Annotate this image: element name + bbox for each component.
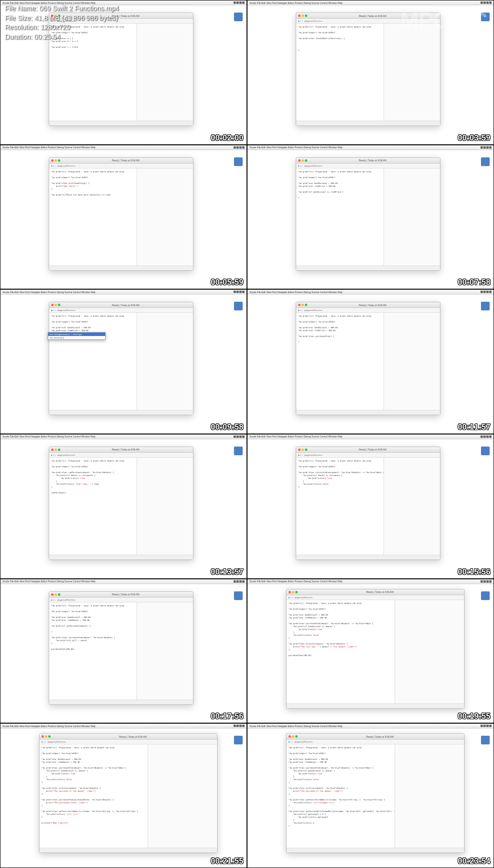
code-editor[interactable]: "kw-green">//: Playground - noun: a plac…	[40, 744, 148, 848]
close-icon[interactable]	[298, 448, 301, 451]
window-titlebar[interactable]: Ready | Today at 9:06 AM	[49, 158, 193, 164]
xcode-content: "kw-green">//: Playground - noun: a plac…	[49, 458, 193, 555]
thumbnail-frame[interactable]: Xcode File Edit View Find Navigate Edito…	[247, 434, 494, 578]
xcode-toolbar[interactable]: ■ < > playgroundFunctions	[287, 740, 464, 744]
autocomplete-popup[interactable]: func name(parameters) → return type func…	[48, 332, 106, 340]
menubar-items[interactable]: Xcode File Edit View Find Navigate Edito…	[249, 1, 343, 4]
menubar-items[interactable]: Xcode File Edit View Find Navigate Edito…	[2, 291, 96, 294]
traffic-lights[interactable]	[51, 159, 60, 162]
window-titlebar[interactable]: Ready | Today at 9:06 AM	[287, 734, 464, 740]
minimize-icon[interactable]	[302, 159, 304, 162]
close-icon[interactable]	[288, 735, 291, 738]
thumbnail-frame[interactable]: Xcode File Edit View Find Navigate Edito…	[247, 724, 494, 868]
thumbnail-frame[interactable]: Xcode File Edit View Find Navigate Edito…	[0, 145, 247, 289]
traffic-lights[interactable]	[51, 448, 60, 451]
minimize-icon[interactable]	[292, 591, 294, 593]
close-icon[interactable]	[298, 304, 301, 306]
menubar-items[interactable]: Xcode File Edit View Find Navigate Edito…	[2, 146, 96, 149]
menubar-items[interactable]: Xcode File Edit View Find Navigate Edito…	[249, 725, 343, 728]
traffic-lights[interactable]	[41, 735, 51, 738]
menubar-items[interactable]: Xcode File Edit View Find Navigate Edito…	[2, 580, 96, 583]
xcode-toolbar[interactable]: ■ < > playgroundFunctions	[40, 740, 217, 744]
menubar-items[interactable]: Xcode File Edit View Find Navigate Edito…	[249, 435, 343, 438]
utility-panel-icon	[234, 13, 243, 21]
traffic-lights[interactable]	[298, 448, 307, 451]
xcode-window: Ready | Today at 9:06 AM ■ < > playgroun…	[296, 157, 440, 271]
minimize-icon[interactable]	[55, 159, 57, 162]
code-editor[interactable]: "kw-green">//: Playground - noun: a plac…	[287, 744, 395, 848]
timestamp-overlay: 00:09:58	[211, 423, 244, 432]
thumbnail-frame[interactable]: Xcode File Edit View Find Navigate Edito…	[0, 579, 247, 723]
minimize-icon[interactable]	[302, 14, 304, 17]
code-editor[interactable]: "kw-green">//: Playground - noun: a plac…	[49, 168, 137, 266]
xcode-toolbar[interactable]: ■ < > playgroundFunctions	[296, 453, 440, 458]
menubar-items[interactable]: Xcode File Edit View Find Navigate Edito…	[2, 435, 96, 438]
traffic-lights[interactable]	[298, 14, 307, 17]
menubar-items[interactable]: Xcode File Edit View Find Navigate Edito…	[249, 146, 343, 149]
thumbnail-frame[interactable]: Xcode File Edit View Find Navigate Edito…	[247, 290, 494, 434]
close-icon[interactable]	[41, 735, 44, 738]
window-titlebar[interactable]: Ready | Today at 9:06 AM	[49, 302, 193, 308]
code-editor[interactable]: "kw-green">//: Playground - noun: a plac…	[296, 168, 384, 266]
autocomplete-item[interactable]: func function() {}	[48, 336, 105, 339]
close-icon[interactable]	[51, 304, 54, 306]
window-titlebar[interactable]: Ready | Today at 9:06 AM	[296, 158, 440, 164]
xcode-toolbar[interactable]: ■ < > playgroundFunctions	[49, 598, 193, 602]
code-editor[interactable]: "kw-green">//: Playground - noun: a plac…	[296, 313, 384, 410]
window-titlebar[interactable]: Ready | Today at 9:06 AM	[40, 734, 217, 740]
minimize-icon[interactable]	[302, 304, 304, 306]
macos-menubar: Xcode File Edit View Find Navigate Edito…	[0, 434, 247, 439]
results-sidebar	[137, 458, 193, 555]
minimize-icon[interactable]	[55, 304, 57, 306]
xcode-toolbar[interactable]: ■ < > playgroundFunctions	[49, 164, 193, 168]
code-editor[interactable]: "kw-green">//: Playground - noun: a plac…	[49, 602, 137, 700]
close-icon[interactable]	[288, 591, 291, 593]
window-titlebar[interactable]: Ready | Today at 9:06 AM	[296, 447, 440, 453]
close-icon[interactable]	[298, 159, 301, 162]
window-titlebar[interactable]: Ready | Today at 9:06 AM	[49, 447, 193, 453]
minimize-icon[interactable]	[302, 448, 304, 451]
code-editor[interactable]: "kw-green">//: Playground - noun: a plac…	[49, 458, 137, 555]
window-titlebar[interactable]: Ready | Today at 9:06 AM	[49, 592, 193, 598]
thumbnail-frame[interactable]: Xcode File Edit View Find Navigate Edito…	[247, 145, 494, 289]
menubar-items[interactable]: Xcode File Edit View Find Navigate Edito…	[249, 291, 343, 294]
traffic-lights[interactable]	[288, 735, 298, 738]
traffic-lights[interactable]	[298, 304, 307, 306]
code-editor[interactable]: "kw-green">//: Playground - noun: a plac…	[296, 24, 384, 121]
xcode-toolbar[interactable]: ■ < > playgroundFunctions	[49, 308, 193, 313]
xcode-toolbar[interactable]: ■ < > playgroundFunctions	[296, 308, 440, 313]
close-icon[interactable]	[51, 593, 54, 596]
autocomplete-item[interactable]: func name(parameters) → return type	[48, 333, 105, 336]
window-titlebar[interactable]: Ready | Today at 9:06 AM	[287, 589, 464, 595]
xcode-toolbar[interactable]: ■ < > playgroundFunctions	[49, 453, 193, 458]
thumbnail-frame[interactable]: Xcode File Edit View Find Navigate Edito…	[0, 290, 247, 434]
minimize-icon[interactable]	[292, 735, 294, 738]
close-icon[interactable]	[298, 14, 301, 17]
traffic-lights[interactable]	[51, 593, 60, 596]
xcode-toolbar[interactable]: ■ < > playgroundFunctions	[287, 595, 464, 600]
results-sidebar	[384, 313, 440, 410]
menubar-items[interactable]: Xcode File Edit View Find Navigate Edito…	[2, 725, 96, 728]
minimize-icon[interactable]	[55, 593, 57, 596]
code-editor[interactable]: "kw-green">//: Playground - noun: a plac…	[49, 313, 137, 410]
thumbnail-frame[interactable]: Xcode File Edit View Find Navigate Edito…	[247, 579, 494, 723]
code-editor[interactable]: "kw-green">//: Playground - noun: a plac…	[296, 458, 384, 555]
status-icons	[480, 580, 492, 583]
close-icon[interactable]	[51, 159, 54, 162]
traffic-lights[interactable]	[298, 159, 307, 162]
close-icon[interactable]	[51, 448, 54, 451]
results-sidebar	[148, 744, 217, 848]
window-titlebar[interactable]: Ready | Today at 9:06 AM	[296, 302, 440, 308]
thumbnail-frame[interactable]: Xcode File Edit View Find Navigate Edito…	[0, 434, 247, 578]
menubar-items[interactable]: Xcode File Edit View Find Navigate Edito…	[249, 580, 343, 583]
minimize-icon[interactable]	[55, 448, 57, 451]
thumbnail-frame[interactable]: Xcode File Edit View Find Navigate Edito…	[0, 724, 247, 868]
status-icons	[233, 1, 245, 4]
xcode-footer	[49, 555, 193, 560]
minimize-icon[interactable]	[45, 735, 47, 738]
xcode-toolbar[interactable]: ■ < > playgroundFunctions	[296, 164, 440, 168]
traffic-lights[interactable]	[51, 304, 60, 306]
traffic-lights[interactable]	[288, 591, 298, 593]
code-editor[interactable]: "kw-green">//: Playground - noun: a plac…	[287, 600, 395, 703]
status-icons	[233, 146, 245, 149]
